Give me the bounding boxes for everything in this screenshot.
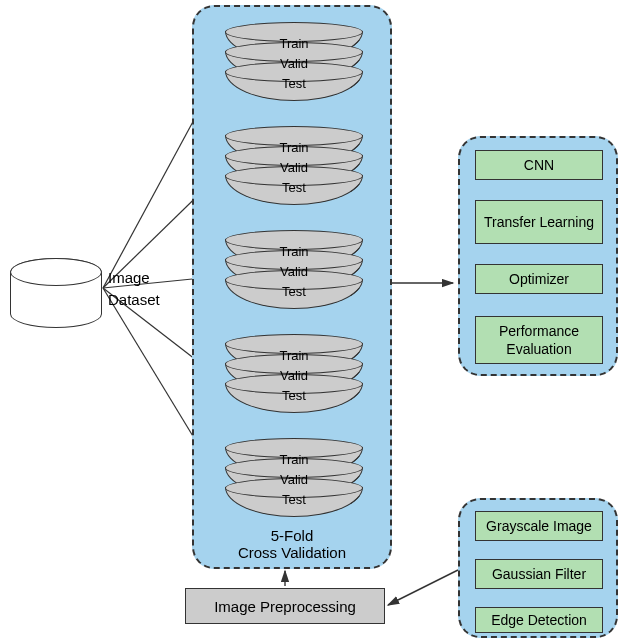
kfold-panel: Train Valid Test Train Valid Test Train …: [192, 5, 392, 569]
pipeline-step-optimizer: Optimizer: [475, 264, 603, 294]
preprocess-step-grayscale: Grayscale Image: [475, 511, 603, 541]
fold-slice-test: Test: [225, 71, 363, 101]
fold-slice-test: Test: [225, 175, 363, 205]
dataset-label-line1: Image: [108, 269, 150, 286]
image-dataset-label: Image Dataset: [108, 267, 160, 311]
pipeline-panel: CNN Transfer Learning Optimizer Performa…: [458, 136, 618, 376]
kfold-label: 5-Fold Cross Validation: [194, 527, 390, 561]
preprocess-panel: Grayscale Image Gaussian Filter Edge Det…: [458, 498, 618, 638]
fold-5: Train Valid Test: [225, 447, 363, 517]
fold-3: Train Valid Test: [225, 239, 363, 309]
preprocess-step-edge: Edge Detection: [475, 607, 603, 633]
pipeline-step-transfer: Transfer Learning: [475, 200, 603, 244]
svg-line-11: [388, 570, 458, 605]
fold-4: Train Valid Test: [225, 343, 363, 413]
fold-2: Train Valid Test: [225, 135, 363, 205]
image-preprocessing-box: Image Preprocessing: [185, 588, 385, 624]
preprocess-step-gaussian: Gaussian Filter: [475, 559, 603, 589]
fold-1: Train Valid Test: [225, 31, 363, 101]
dataset-label-line2: Dataset: [108, 291, 160, 308]
pipeline-step-cnn: CNN: [475, 150, 603, 180]
fold-slice-test: Test: [225, 487, 363, 517]
fold-slice-test: Test: [225, 383, 363, 413]
fold-slice-test: Test: [225, 279, 363, 309]
pipeline-step-perf: Performance Evaluation: [475, 316, 603, 364]
image-dataset-cylinder: [10, 258, 102, 328]
